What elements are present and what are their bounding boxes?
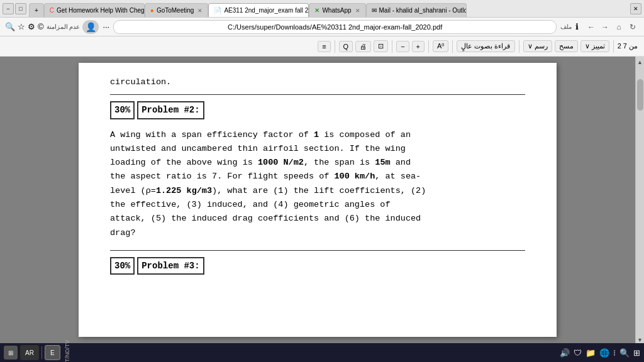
fit-button[interactable]: ⊡ — [374, 40, 388, 52]
user-label: عدم المزامنة — [47, 23, 80, 30]
tab-icon: ● — [150, 7, 154, 14]
taskbar-ar-label: AR — [25, 349, 34, 356]
tab-pdf[interactable]: 📄 AE311 2nd_major_exam fall 20… ✕ — [208, 3, 309, 17]
taskbar: ⊞ AR E BT/ND/TV 🔊 🛡 📁 🌐 ⁝ 🔍 ⊞ — [0, 343, 644, 362]
folder-icon[interactable]: 📁 — [586, 348, 596, 358]
tab-icon: 📄 — [214, 7, 221, 14]
tab-icon: ✕ — [314, 7, 319, 14]
problem2-line-8: drag? — [110, 226, 525, 240]
dots-icon[interactable]: ⁝ — [613, 348, 616, 358]
volume-icon[interactable]: 🔊 — [560, 348, 570, 358]
user-avatar[interactable]: 👤 — [82, 20, 99, 34]
pdf-background: circulation. 30% Problem #2: A wing with… — [0, 57, 635, 343]
print-button[interactable]: 🖨 — [355, 41, 371, 52]
reload-button[interactable]: ↻ — [626, 21, 639, 33]
address-bar: 👤 عدم المزامنة © ⚙ ☆ 🔍 ··· ملف ℹ ← → ⌂ ↻ — [0, 18, 644, 36]
tab-mail[interactable]: ✉ Mail - khalid al_shahrani - Outlo… ✕ — [366, 3, 467, 17]
browser-window: − □ + C Get Homework Help With Cheg… ✕ ●… — [0, 0, 644, 343]
problem2-body: A wing with a span efficiency factor of … — [110, 128, 525, 240]
tab-icon: ✉ — [372, 7, 377, 14]
taskbar-sublabel: BT/ND/TV — [64, 340, 70, 363]
window-close[interactable]: ✕ — [630, 3, 641, 14]
scrollbar[interactable]: ▲ ▼ — [635, 57, 644, 343]
win-controls-group: − □ — [3, 3, 26, 14]
tab-label: GoToMeeting — [157, 7, 194, 14]
profile-icon[interactable]: © — [38, 22, 44, 31]
problem2-section: 30% Problem #2: A wing with a span effic… — [110, 101, 525, 240]
content-wrap: circulation. 30% Problem #2: A wing with… — [0, 57, 644, 343]
search-taskbar-icon[interactable]: 🔍 — [619, 348, 630, 358]
forward-button[interactable]: → — [599, 21, 611, 33]
total-pages: 7 — [623, 42, 627, 50]
taskbar-pdf-item[interactable]: E — [45, 345, 60, 360]
win-restore[interactable]: □ — [15, 3, 26, 14]
divider-1 — [110, 94, 525, 95]
tab-whatsapp[interactable]: ✕ WhatsApp ✕ — [309, 3, 365, 17]
pdf-page: circulation. 30% Problem #2: A wing with… — [79, 63, 557, 337]
star-icon[interactable]: ☆ — [18, 22, 25, 31]
info-icon[interactable]: ℹ — [575, 22, 579, 31]
back-button[interactable]: ← — [585, 21, 597, 33]
taskbar-sep — [42, 346, 42, 359]
globe-icon[interactable]: 🌐 — [599, 348, 609, 358]
problem2-line-6: the effective, (3) induced, and (4) geom… — [110, 198, 525, 212]
subtract-button[interactable]: − — [396, 41, 409, 52]
search-button[interactable]: Q — [339, 41, 353, 52]
erase-button[interactable]: مسح — [555, 40, 578, 52]
taskbar-ar-item[interactable]: AR — [20, 345, 39, 360]
start-icon: ⊞ — [8, 349, 13, 356]
grid-icon[interactable]: ⊞ — [633, 348, 640, 358]
tab-label: Get Homework Help With Cheg… — [57, 7, 145, 14]
problem2-line-5: level (ρ=1.225 kg/m3), what are (1) the … — [110, 184, 525, 198]
search-icon[interactable]: 🔍 — [5, 22, 15, 31]
page-number: 2 من 7 — [618, 42, 638, 50]
tab-close-whatsapp[interactable]: ✕ — [355, 8, 360, 14]
problem2-line-4: the aspect ratio is 7. For flight speeds… — [110, 170, 525, 184]
problem3-percent: 30% — [110, 257, 135, 275]
taskbar-e-label: E — [50, 349, 55, 356]
problem2-label: Problem #2: — [137, 101, 204, 119]
tab-close-gotomeeting[interactable]: ✕ — [197, 8, 203, 14]
shield-icon[interactable]: 🛡 — [574, 348, 582, 358]
highlight-button[interactable]: تمييز ∨ — [580, 40, 609, 52]
divider-2 — [110, 250, 525, 251]
more-button[interactable]: ··· — [103, 22, 109, 31]
start-button[interactable]: ⊞ — [4, 346, 18, 359]
problem2-title: 30% Problem #2: — [110, 101, 204, 119]
sep6 — [335, 40, 335, 53]
browser-tabs: + C Get Homework Help With Cheg… ✕ ● GoT… — [29, 0, 625, 17]
problem2-line-1: A wing with a span efficiency factor of … — [110, 128, 525, 142]
win-minimize[interactable]: − — [3, 3, 14, 14]
problem2-line-3: loading of the above wing is 1000 N/m2, … — [110, 156, 525, 170]
title-bar: − □ + C Get Homework Help With Cheg… ✕ ●… — [0, 0, 644, 18]
tab-label: WhatsApp — [322, 7, 351, 14]
tab-homework[interactable]: C Get Homework Help With Cheg… ✕ — [44, 3, 145, 17]
draw-button[interactable]: رسم ∨ — [523, 40, 552, 52]
tab-icon: C — [50, 7, 54, 14]
tab-gotomeeting[interactable]: ● GoToMeeting ✕ — [145, 3, 209, 17]
rotate-button[interactable]: A⁰ — [433, 40, 448, 52]
problem3-title: 30% Problem #3: — [110, 257, 204, 275]
current-page: 2 — [618, 42, 621, 50]
sep3 — [452, 40, 453, 53]
tab-label: Mail - khalid al_shahrani - Outlo… — [379, 7, 467, 14]
window-controls: − □ — [3, 3, 26, 14]
problem3-label: Problem #3: — [137, 257, 204, 275]
menu-button[interactable]: ≡ — [318, 41, 330, 52]
scroll-thumb[interactable] — [637, 79, 643, 111]
file-label: ملف — [560, 23, 572, 30]
scroll-down-arrow[interactable]: ▼ — [637, 337, 643, 343]
from-label: من — [629, 42, 638, 50]
settings-icon[interactable]: ⚙ — [28, 22, 35, 31]
address-input[interactable] — [113, 20, 557, 34]
add-button[interactable]: + — [412, 41, 425, 52]
pdf-toolbar: 2 من 7 تمييز ∨ مسح رسم ∨ قراءة بصوت عالٍ… — [0, 36, 644, 57]
problem2-percent: 30% — [110, 101, 135, 119]
read-aloud-button[interactable]: قراءة بصوت عالٍ — [457, 40, 514, 52]
sep4 — [428, 40, 429, 53]
sep5 — [392, 40, 392, 53]
new-tab-button[interactable]: + — [29, 3, 44, 17]
home-button[interactable]: ⌂ — [613, 21, 625, 33]
circulation-text: circulation. — [110, 75, 525, 89]
scroll-up-arrow[interactable]: ▲ — [637, 59, 643, 65]
